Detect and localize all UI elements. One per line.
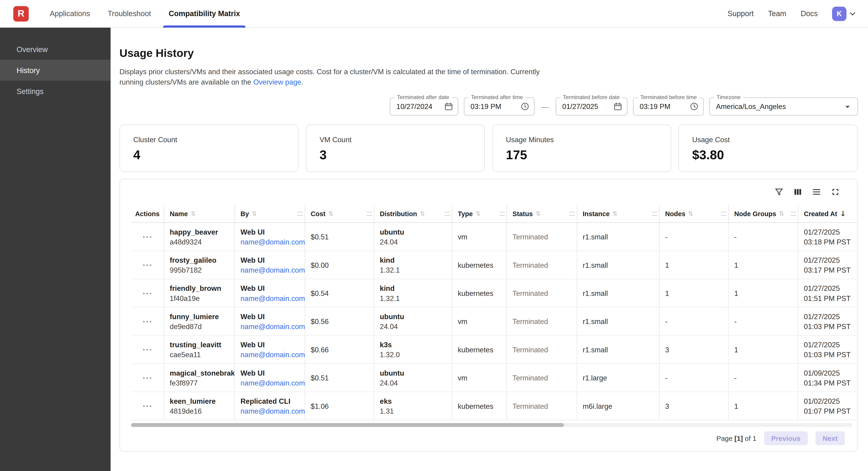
- column-resize-handle[interactable]: [367, 211, 372, 215]
- created-time: 03:17 PM PST: [804, 266, 852, 274]
- clock-icon[interactable]: [689, 102, 699, 111]
- column-header-node-groups[interactable]: Node Groups⇅: [728, 205, 798, 222]
- column-header-nodes[interactable]: Nodes⇅: [659, 205, 728, 222]
- column-resize-handle[interactable]: [721, 211, 726, 215]
- primary-nav: Applications Troubleshoot Compatibility …: [44, 0, 246, 27]
- sidebar-item-settings[interactable]: Settings: [0, 81, 111, 101]
- calendar-icon[interactable]: [613, 102, 623, 111]
- nav-team[interactable]: Team: [768, 9, 786, 18]
- column-resize-handle[interactable]: [499, 211, 505, 215]
- column-resize-handle[interactable]: [298, 211, 303, 215]
- created-by-email-link[interactable]: name@domain.com: [241, 266, 299, 274]
- user-menu[interactable]: K: [832, 6, 857, 21]
- created-by-email-link[interactable]: name@domain.com: [241, 322, 299, 330]
- dropdown-arrow-icon[interactable]: [842, 101, 853, 112]
- cell-created-at: 01/27/202501:51 PM PST: [799, 279, 858, 307]
- cluster-id: 1f40a19e: [170, 294, 229, 302]
- previous-page-button[interactable]: Previous: [764, 431, 808, 445]
- logo-letter: R: [18, 8, 24, 19]
- sidebar-item-overview[interactable]: Overview: [0, 39, 111, 60]
- columns-icon[interactable]: [793, 187, 803, 197]
- created-date: 01/09/2025: [804, 369, 852, 377]
- column-header-label: Created At: [804, 210, 837, 218]
- cell-by: Web UIname@domain.com: [235, 336, 305, 363]
- column-header-name[interactable]: Name⇅: [164, 205, 235, 222]
- created-by-source: Web UI: [241, 340, 299, 349]
- column-resize-handle[interactable]: [652, 211, 657, 215]
- sort-desc-icon: ↓: [840, 210, 846, 218]
- terminated-after-date-input[interactable]: Terminated after date 10/27/2024: [390, 97, 458, 115]
- terminated-after-time-input[interactable]: Terminated after time 03:19 PM: [464, 97, 535, 115]
- next-page-button[interactable]: Next: [815, 431, 845, 445]
- column-header-status[interactable]: Status⇅: [507, 205, 577, 222]
- replicated-logo[interactable]: R: [13, 6, 29, 21]
- cell-node-groups-value: 1: [734, 402, 792, 410]
- created-by-email-link[interactable]: name@domain.com: [241, 379, 299, 387]
- created-date: 01/27/2025: [804, 284, 852, 292]
- table-header-row: ActionsName⇅By⇅Cost⇅Distribution⇅Type⇅St…: [131, 205, 857, 223]
- cell-status-value: Terminated: [513, 289, 571, 297]
- calendar-icon[interactable]: [444, 102, 453, 111]
- field-label: Terminated after date: [395, 94, 452, 100]
- cell-instance-value: m6i.large: [583, 402, 654, 410]
- nav-docs[interactable]: Docs: [801, 9, 818, 18]
- nav-applications[interactable]: Applications: [44, 0, 96, 27]
- column-header-by[interactable]: By⇅: [235, 205, 305, 222]
- nav-compatibility-matrix[interactable]: Compatibility Matrix: [163, 0, 246, 27]
- cell-status: Terminated: [507, 364, 577, 391]
- table-row: •••funny_lumierede9ed87dWeb UIname@domai…: [131, 307, 857, 335]
- column-resize-handle[interactable]: [569, 211, 575, 215]
- row-actions-button[interactable]: •••: [141, 288, 154, 298]
- created-by-email-link[interactable]: name@domain.com: [241, 350, 299, 358]
- sort-icon: ⇅: [420, 210, 425, 217]
- created-by-email-link[interactable]: name@domain.com: [241, 294, 299, 302]
- cell-node-groups: 1: [728, 251, 798, 279]
- sort-icon: ⇅: [475, 210, 480, 217]
- fullscreen-icon[interactable]: [831, 187, 840, 197]
- row-actions-button[interactable]: •••: [141, 372, 154, 383]
- nav-troubleshoot[interactable]: Troubleshoot: [102, 0, 157, 27]
- row-actions-button[interactable]: •••: [141, 260, 154, 270]
- sidebar-item-history[interactable]: History: [0, 60, 111, 81]
- created-by-source: Web UI: [241, 228, 299, 236]
- cell-status: Terminated: [507, 392, 577, 420]
- row-actions-button[interactable]: •••: [141, 401, 154, 411]
- terminated-before-time-input[interactable]: Terminated before time 03:19 PM: [633, 97, 704, 115]
- field-label: Terminated after time: [469, 94, 525, 100]
- nav-support[interactable]: Support: [727, 9, 754, 18]
- cell-by: Replicated CLIname@domain.com: [235, 392, 305, 420]
- stat-label: VM Count: [319, 136, 471, 144]
- cell-created-at: 01/27/202503:18 PM PST: [799, 223, 858, 251]
- density-icon[interactable]: [812, 187, 822, 197]
- row-actions-button[interactable]: •••: [141, 344, 154, 355]
- column-header-label: Cost: [311, 210, 326, 218]
- created-by-email-link[interactable]: name@domain.com: [241, 238, 299, 246]
- cell-nodes-value: -: [665, 317, 723, 325]
- timezone-select[interactable]: Timezone America/Los_Angeles: [709, 97, 858, 115]
- column-resize-handle[interactable]: [790, 211, 796, 215]
- stat-label: Usage Cost: [692, 136, 844, 144]
- horizontal-scrollbar-thumb[interactable]: [131, 423, 564, 427]
- column-header-type[interactable]: Type⇅: [452, 205, 507, 222]
- row-actions-button[interactable]: •••: [141, 316, 154, 327]
- cell-cost-value: $0.66: [311, 346, 368, 354]
- column-header-cost[interactable]: Cost⇅: [305, 205, 374, 222]
- column-header-instance[interactable]: Instance⇅: [577, 205, 660, 222]
- clock-icon[interactable]: [520, 102, 530, 111]
- filter-icon[interactable]: [774, 187, 784, 197]
- field-label: Terminated before time: [638, 94, 699, 100]
- column-header-created-at[interactable]: Created At↓: [799, 205, 858, 222]
- row-actions-button[interactable]: •••: [141, 231, 154, 242]
- column-resize-handle[interactable]: [444, 211, 450, 215]
- overview-page-link[interactable]: Overview page: [253, 78, 301, 86]
- distribution-version: 24.04: [380, 238, 446, 246]
- terminated-before-date-input[interactable]: Terminated before date 01/27/2025: [556, 97, 627, 115]
- chevron-down-icon: [848, 9, 857, 18]
- cell-node-groups: 1: [728, 336, 798, 363]
- column-header-distribution[interactable]: Distribution⇅: [374, 205, 452, 222]
- created-by-email-link[interactable]: name@domain.com: [241, 407, 299, 415]
- pagination: Page [1] of 1 Previous Next: [716, 431, 845, 445]
- cell-node-groups-value: 1: [734, 289, 792, 297]
- cell-cost-value: $1.06: [311, 402, 368, 410]
- cluster-name: friendly_brown: [170, 284, 229, 292]
